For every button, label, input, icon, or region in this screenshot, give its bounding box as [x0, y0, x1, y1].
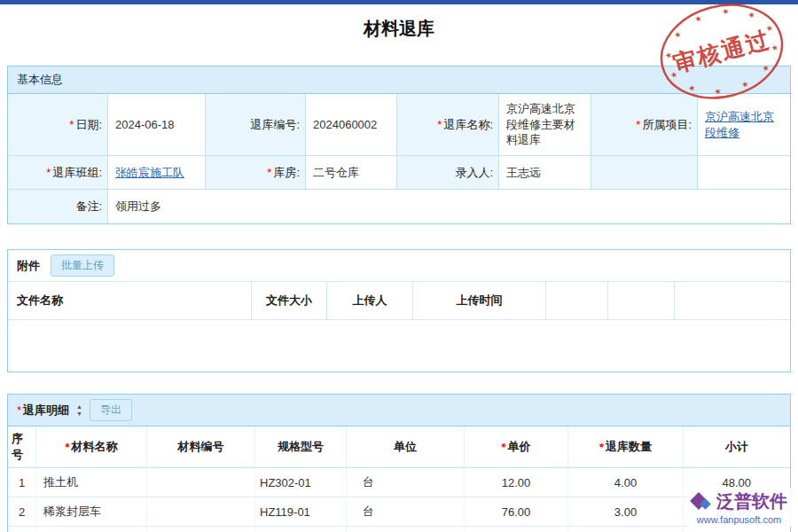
- remark-value: 领用过多: [108, 190, 790, 223]
- attachments-table-header: 文件名称 文件大小 上传人 上传时间: [8, 282, 790, 320]
- col-header-subtotal: 小计: [684, 426, 790, 468]
- empty-value-cell: [698, 156, 790, 190]
- required-marker: *: [437, 117, 442, 133]
- col-header-seq: 序号: [8, 426, 36, 468]
- warehouse-label: *库房:: [206, 156, 306, 190]
- required-marker: *: [267, 165, 271, 181]
- entry-person-label: 录入人:: [397, 156, 499, 190]
- remark-label: 备注:: [8, 190, 108, 223]
- team-label: *退库班组:: [8, 156, 108, 190]
- cell-material-code: [147, 527, 255, 532]
- vendor-logo: 泛普软件 www.fanpusoft.com: [687, 488, 791, 527]
- col-header-qty-text: 退库数量: [606, 439, 652, 455]
- empty-label-cell: [591, 156, 698, 190]
- col-header-price-text: 单价: [508, 439, 531, 455]
- col-header-upload-time: 上传时间: [413, 282, 546, 320]
- col-header-file-size: 文件大小: [252, 282, 327, 320]
- col-header-empty: [546, 282, 608, 320]
- col-header-price: *单价: [465, 426, 568, 468]
- cell-material-name: 推土机: [36, 468, 147, 497]
- cell-unit: 台: [347, 527, 465, 532]
- cell-material-name: 石子洒布车: [36, 527, 147, 532]
- col-header-material-code: 材料编号: [147, 426, 255, 468]
- cell-qty: 3.00: [568, 497, 684, 527]
- vendor-name: 泛普软件: [716, 489, 787, 513]
- detail-title-wrap: *退库明细: [17, 403, 69, 419]
- basic-info-header: 基本信息: [8, 66, 790, 94]
- date-label-text: 日期:: [75, 117, 102, 133]
- cell-price: 76.00: [465, 497, 568, 527]
- entry-person-value: 王志远: [499, 156, 591, 190]
- cell-unit: 台: [347, 497, 465, 527]
- col-header-file-name: 文件名称: [8, 282, 252, 320]
- detail-section: *退库明细 ▲▼ 导出 序号 *材料名称 材料编号 规格型号 单位 *单价 *退…: [7, 394, 791, 532]
- required-marker: *: [636, 117, 640, 133]
- required-marker: *: [599, 441, 604, 454]
- sort-icon[interactable]: ▲▼: [76, 403, 82, 417]
- date-label: *日期:: [8, 94, 108, 156]
- cell-seq: 3: [8, 527, 36, 532]
- cell-material-name: 稀浆封层车: [36, 497, 147, 527]
- col-header-material-name-text: 材料名称: [72, 439, 118, 455]
- project-label-text: 所属项目:: [642, 117, 692, 133]
- detail-title: 退库明细: [23, 403, 69, 417]
- cell-qty: 4.00: [568, 468, 684, 497]
- page: 材料退库 ★ ★ ★ ★ ★ ★ ★ ★ ★ ★ ★ ★ 审核通过 基本信息 *…: [0, 0, 798, 532]
- name-label: *退库名称:: [397, 94, 499, 156]
- attachments-title: 附件: [17, 258, 40, 274]
- cell-price: 12.00: [465, 468, 568, 497]
- detail-table: 序号 *材料名称 材料编号 规格型号 单位 *单价 *退库数量 小计 1 推土机…: [8, 426, 790, 532]
- cell-subtotal: 243.00: [684, 527, 790, 532]
- cell-price: 81.00: [465, 527, 568, 532]
- cell-spec: HZ302-01: [255, 468, 347, 497]
- name-label-text: 退库名称:: [443, 117, 493, 133]
- team-link[interactable]: 张皓宸施工队: [115, 165, 184, 181]
- date-value: 2024-06-18: [108, 94, 206, 156]
- basic-info-section: 基本信息 *日期: 2024-06-18 退库编号: 2024060002 *退…: [7, 66, 791, 224]
- col-header-spec: 规格型号: [255, 426, 347, 468]
- code-value: 2024060002: [306, 94, 397, 156]
- project-value: 京沪高速北京段维修: [698, 94, 790, 156]
- sort-up-icon: ▲: [76, 403, 82, 410]
- col-header-empty: [608, 282, 675, 320]
- col-header-qty: *退库数量: [568, 426, 684, 468]
- team-label-text: 退库班组:: [52, 165, 102, 181]
- required-marker: *: [17, 403, 21, 417]
- col-header-material-name: *材料名称: [36, 426, 147, 468]
- vendor-logo-row: 泛普软件: [691, 489, 787, 513]
- cell-spec: HZ119-01: [255, 497, 347, 527]
- required-marker: *: [501, 441, 505, 454]
- code-label: 退库编号:: [206, 94, 306, 156]
- cell-material-code: [147, 497, 255, 527]
- attachments-section: 附件 批量上传 文件名称 文件大小 上传人 上传时间: [7, 249, 791, 372]
- project-label: *所属项目:: [591, 94, 698, 156]
- warehouse-label-text: 库房:: [273, 165, 300, 181]
- basic-info-grid: *日期: 2024-06-18 退库编号: 2024060002 *退库名称: …: [8, 94, 790, 223]
- page-title: 材料退库: [0, 4, 798, 66]
- project-link[interactable]: 京沪高速北京段维修: [705, 109, 783, 140]
- fanpu-logo-icon: [691, 491, 712, 512]
- cell-unit: 台: [347, 468, 465, 497]
- col-header-uploader: 上传人: [327, 282, 413, 320]
- sort-down-icon: ▼: [76, 411, 82, 417]
- attachments-empty-area: [8, 320, 790, 372]
- vendor-url[interactable]: www.fanpusoft.com: [691, 514, 787, 525]
- detail-header: *退库明细 ▲▼ 导出: [8, 395, 790, 426]
- required-marker: *: [65, 441, 69, 454]
- export-button[interactable]: 导出: [90, 399, 132, 421]
- col-header-unit: 单位: [347, 426, 465, 468]
- warehouse-value: 二号仓库: [306, 156, 397, 190]
- cell-seq: 1: [8, 468, 36, 497]
- required-marker: *: [69, 117, 74, 133]
- batch-upload-button[interactable]: 批量上传: [51, 254, 114, 277]
- cell-material-code: [147, 468, 255, 497]
- required-marker: *: [46, 165, 51, 181]
- attachments-header: 附件 批量上传: [8, 250, 790, 282]
- cell-qty: 3.00: [568, 527, 684, 532]
- team-value: 张皓宸施工队: [108, 156, 206, 190]
- col-header-empty: [675, 282, 790, 320]
- cell-spec: HZ322-01: [255, 527, 347, 532]
- cell-seq: 2: [8, 497, 36, 527]
- name-value: 京沪高速北京段维修主要材料退库: [499, 94, 591, 156]
